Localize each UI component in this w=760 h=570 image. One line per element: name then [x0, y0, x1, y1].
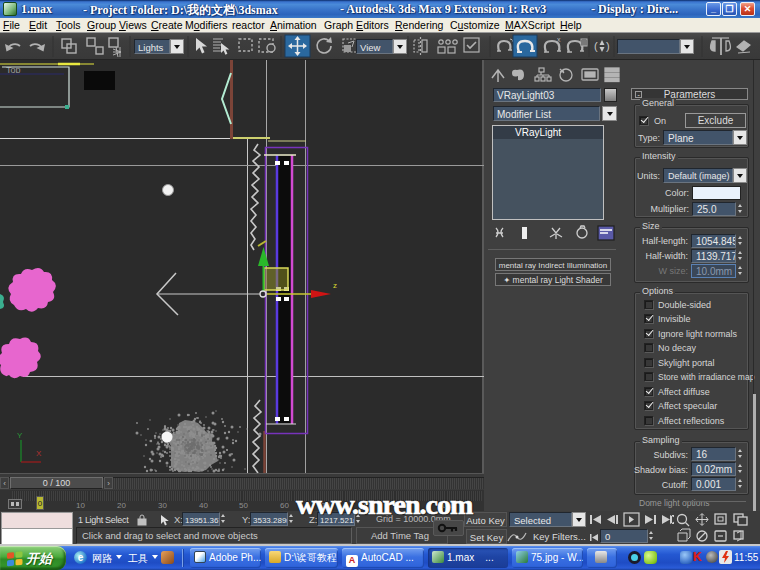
svg-text:z: z — [333, 281, 337, 290]
svg-text:): ) — [606, 40, 610, 52]
svg-text:X: X — [36, 449, 42, 458]
svg-text:Y: Y — [17, 431, 23, 440]
svg-text:x: x — [557, 36, 561, 43]
svg-text:(: ( — [594, 40, 598, 52]
